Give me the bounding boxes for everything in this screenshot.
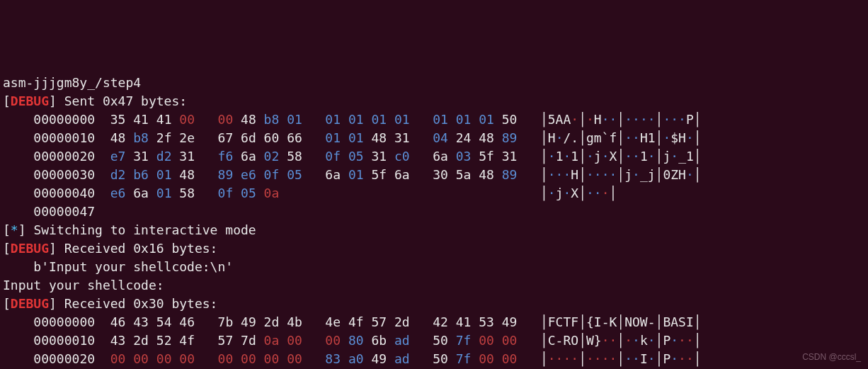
watermark: CSDN @cccsl_ (802, 348, 861, 366)
recv1-raw: b'Input your shellcode:\n' (3, 258, 865, 276)
terminal-output: asm-jjjgm8y_/step4[DEBUG] Sent 0x47 byte… (3, 74, 865, 369)
hex-row: 00000020 00 00 00 00 00 00 00 00 83 a0 4… (3, 350, 865, 368)
hex-row: 00000020 e7 31 d2 31 f6 6a 02 58 0f 05 3… (3, 147, 865, 166)
hex-row: 00000010 43 2d 52 4f 57 7d 0a 00 00 80 6… (3, 331, 865, 350)
cwd-path: asm-jjjgm8y_/step4 (3, 74, 865, 92)
debug-recv1-header: [DEBUG] Received 0x16 bytes: (3, 239, 865, 258)
switch-line: [*] Switching to interactive mode (3, 221, 865, 239)
hex-row: 00000000 35 41 41 00 00 48 b8 01 01 01 0… (3, 110, 865, 129)
debug-sent-header: [DEBUG] Sent 0x47 bytes: (3, 92, 865, 110)
hex-row: 00000040 e6 6a 01 58 0f 05 0a │·j·X│···│ (3, 184, 865, 203)
echo-line: Input your shellcode: (3, 276, 865, 295)
hex-row: 00000000 46 43 54 46 7b 49 2d 4b 4e 4f 5… (3, 313, 865, 331)
hex-row: 00000047 (3, 203, 865, 221)
hex-row: 00000010 48 b8 2f 2e 67 6d 60 66 01 01 4… (3, 129, 865, 147)
hex-row: 00000030 d2 b6 01 48 89 e6 0f 05 6a 01 5… (3, 166, 865, 184)
debug-recv2-header: [DEBUG] Received 0x30 bytes: (3, 295, 865, 313)
